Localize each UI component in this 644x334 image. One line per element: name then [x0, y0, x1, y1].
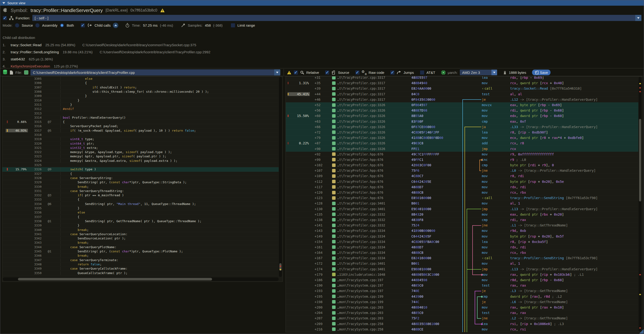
asm-row[interactable]: +128…t\TracyProfiler.cpp:3401B001moval, …: [286, 201, 638, 206]
source-line[interactable]: 3340 break;: [2, 228, 279, 232]
child-calls-checkbox[interactable]: ✓: [80, 23, 85, 28]
asm-row[interactable]: +207…mon\TracySystem.cpp:20375F2jne.L2 -…: [286, 316, 638, 321]
asm-location[interactable]: …t\TracyProfiler.cpp:3326: [332, 103, 412, 107]
asm-row[interactable]: +161…t\TracyProfiler.cpp:3334488BD7movrd…: [286, 245, 638, 250]
asm-location[interactable]: …t\TracyProfiler.cpp:3326: [332, 131, 412, 134]
source-line[interactable]: 0.66%3315@7{: [2, 120, 279, 124]
mode-radio-source[interactable]: [15, 23, 19, 28]
source-line[interactable]: 3322 memcpy( &type, &payload.type, sizeo…: [2, 150, 279, 154]
asm-location[interactable]: …t\TracyProfiler.cpp:3317: [332, 98, 412, 101]
asm-row[interactable]: +102…t\TracyProfiler.hpp:67642803C0F00cm…: [286, 163, 638, 168]
asm-row[interactable]: +138…t\TracyProfiler.cpp:3332483BF8cmprd…: [286, 217, 638, 223]
asm-location[interactable]: …t\TracyProfiler.cpp:3317: [332, 92, 412, 96]
asm-location[interactable]: …t\TracyProfiler.hpp:676: [332, 152, 412, 156]
source-line[interactable]: 3339 }: [2, 223, 279, 228]
asm-row[interactable]: +46…t\TracyProfiler.cpp:33170F8435020000…: [286, 97, 638, 102]
source-vertical-scrollbar[interactable]: [279, 77, 282, 277]
source-line[interactable]: 3313: [2, 111, 279, 115]
asm-location[interactable]: …t\TracyProfiler.cpp:3332: [332, 218, 412, 222]
asm-location[interactable]: …t\TracyProfiler.cpp:3326: [332, 147, 412, 151]
assembly-vertical-scrollbar[interactable]: [638, 77, 642, 332]
asm-location[interactable]: …t\TracyProfiler.cpp:3332: [332, 212, 412, 216]
asm-row[interactable]: +90…t\TracyProfiler.cpp:3326FFE1jmprcx: [286, 146, 638, 152]
source-horizontal-scrollbar[interactable]: [3, 277, 279, 281]
asm-row[interactable]: 15.50%+60…t\TracyProfiler.cpp:33268B55A0…: [286, 113, 638, 119]
asm-location[interactable]: …mon\TracySystem.cpp:203: [332, 311, 412, 315]
source-line[interactable]: 3330 break;: [2, 184, 279, 189]
source-line[interactable]: 3320 uint64_t ptr;: [2, 141, 279, 146]
asm-row[interactable]: +107…t\TracyProfiler.hpp:67675F6jne.L0 -…: [286, 168, 638, 173]
asm-location[interactable]: …mon\TracySystem.cpp:258: [332, 322, 412, 326]
asm-location[interactable]: …mon\TracySystem.cpp:258: [332, 328, 412, 331]
expand-up-button[interactable]: [113, 23, 118, 28]
asm-location[interactable]: …t\TracyProfiler.hpp:676: [332, 196, 412, 200]
asm-row[interactable]: +123…t\TracyProfiler.hpp:676E850160000‹c…: [286, 195, 638, 201]
asm-location[interactable]: …t\TracyProfiler.cpp:3401: [332, 262, 412, 265]
source-line[interactable]: 3332@3 if( ptr == m_mainThread ): [2, 193, 279, 197]
asm-row[interactable]: +92…t\TracyProfiler.hpp:67649C7C1FFFFFFF…: [286, 152, 638, 157]
distribution-item[interactable]: 1.tracy::Socket::Read25.25 ms (54.89%)C:…: [2, 41, 642, 48]
distribution-item[interactable]: 4.KeSynchronizeExecution125 μs (0.27%): [2, 62, 642, 68]
asm-row[interactable]: +200…mon\TracySystem.cpp:203488B4010movr…: [286, 305, 638, 310]
mode-radio-both[interactable]: [60, 23, 64, 28]
source-line[interactable]: 15.79%3326@9 switch( type ): [2, 167, 279, 171]
file-combo[interactable]: C:\Users\wolf\Desktop\darkrl\contrib\tra…: [30, 69, 280, 75]
function-combo[interactable]: [ - self - ]: [32, 15, 642, 21]
asm-row[interactable]: +120…t\TracyProfiler.hpp:676488BCBmovrcx…: [286, 190, 638, 195]
asm-row[interactable]: +66…t\TracyProfiler.cpp:33260F87CE060000…: [286, 124, 638, 130]
asm-location[interactable]: …mon\TracySystem.cpp:203: [332, 306, 412, 309]
source-line[interactable]: 3336 else: [2, 210, 279, 215]
asm-location[interactable]: …t\TracyProfiler.cpp:3326: [332, 125, 412, 129]
asm-location[interactable]: …t\TracyProfiler.cpp:3326: [332, 114, 412, 118]
asm-row[interactable]: +31…t\TracyProfiler.cpp:3317488D5597lear…: [286, 76, 638, 80]
asm-location[interactable]: …t\TracyProfiler.cpp:3326: [332, 109, 412, 112]
source-line[interactable]: 3321 uint32_t extra;: [2, 146, 279, 150]
save-button[interactable]: Save: [532, 70, 550, 75]
source-line[interactable]: 3341 case ServerQuerySourceLocation:: [2, 232, 279, 236]
asm-row[interactable]: +216…mon\TracySystem.cpp:258488BCEmovrcx…: [286, 327, 638, 332]
asm-location[interactable]: …t\TracyProfiler.cpp:3332: [332, 223, 412, 227]
source-line[interactable]: 3305 else: [2, 77, 279, 81]
source-line[interactable]: 3324 memcpy( &extra, &payload.extra, siz…: [2, 159, 279, 163]
source-line[interactable]: 3331 case ServerQueryThreadString:: [2, 189, 279, 193]
source-line[interactable]: 3350 QueueCallstackFrame( ptr );: [2, 271, 279, 275]
asm-location[interactable]: …t\TracyProfiler.cpp:3334: [332, 240, 412, 244]
source-line[interactable]: 3338@1 SendString( ptr, GetThreadName( p…: [2, 219, 279, 223]
asm-location[interactable]: …t\TracyProfiler.cpp:3334: [332, 256, 412, 260]
source-line[interactable]: 3334@6 SendString( ptr, "Main thread", 1…: [2, 202, 279, 206]
asm-location[interactable]: …1103\include\atomic:1048: [332, 273, 412, 276]
asm-row[interactable]: +209…mon\TracySystem.cpp:258488D35E88610…: [286, 321, 638, 327]
asm-location[interactable]: …t\TracyProfiler.cpp:3401: [332, 201, 412, 205]
source-line[interactable]: 3329 SendString( ptr, (const char*)ptr, …: [2, 180, 279, 184]
source-line[interactable]: 3308 std::this_thread::sleep_for( std::c…: [2, 90, 279, 94]
asm-row[interactable]: +130…t\TracyProfiler.cpp:3401E9E4010000j…: [286, 206, 638, 212]
asm-location[interactable]: …t\TracyProfiler.cpp:3401: [332, 207, 412, 211]
source-line[interactable]: 3349 case ServerQueryCallstackFrame:: [2, 267, 279, 271]
source-line[interactable]: 3345@1 SendString( ptr, (const char*)ptr…: [2, 249, 279, 254]
file-combo-arrow[interactable]: [274, 69, 280, 75]
source-line[interactable]: 3337 {: [2, 215, 279, 219]
asm-row[interactable]: +99…t\TracyProfiler.hpp:67649FFC1incr9 ;…: [286, 157, 638, 163]
distribution-item[interactable]: 3.stat64i32625 μs (1.36%): [2, 55, 642, 62]
asm-row[interactable]: +154…t\TracyProfiler.cpp:33344C8D055FBA0…: [286, 239, 638, 245]
asm-location[interactable]: …mon\TracySystem.cpp:199: [332, 300, 412, 304]
function-checkbox[interactable]: ✓: [2, 16, 7, 20]
att-checkbox[interactable]: [420, 70, 424, 75]
source-line[interactable]: 3344 case ServerQueryPlotName:: [2, 245, 279, 249]
asm-location[interactable]: …t\TracyProfiler.cpp:3401: [332, 267, 412, 271]
asm-row[interactable]: +149…t\TracyProfiler.cpp:3334C64424205Fm…: [286, 233, 638, 239]
asm-location[interactable]: …mon\TracySystem.cpp:197: [332, 289, 412, 293]
source-line[interactable]: 3312#endif: [2, 107, 279, 111]
asm-row[interactable]: 0.22%+87…t\TracyProfiler.cpp:33264903C8a…: [286, 141, 638, 146]
source-line[interactable]: 46.93%3317@5 if( !m_sock->Read( &payload…: [2, 129, 279, 133]
asm-location[interactable]: …t\TracyProfiler.cpp:3317: [332, 81, 412, 85]
asm-row[interactable]: +164…t\TracyProfiler.cpp:3334488BCBmovrc…: [286, 250, 638, 255]
source-line[interactable]: 3316 ServerQueryPacket payload;: [2, 124, 279, 128]
scrollbar-handle[interactable]: [18, 278, 212, 281]
source-checkbox[interactable]: ✓: [325, 70, 330, 75]
source-line[interactable]: 3335 }: [2, 206, 279, 210]
source-line[interactable]: 3346 break;: [2, 254, 279, 258]
function-combo-arrow[interactable]: [635, 15, 642, 21]
asm-location[interactable]: …t\TracyProfiler.hpp:676: [332, 185, 412, 189]
asm-row[interactable]: +39…t\TracyProfiler.cpp:3317E824AA0000‹c…: [286, 86, 638, 91]
